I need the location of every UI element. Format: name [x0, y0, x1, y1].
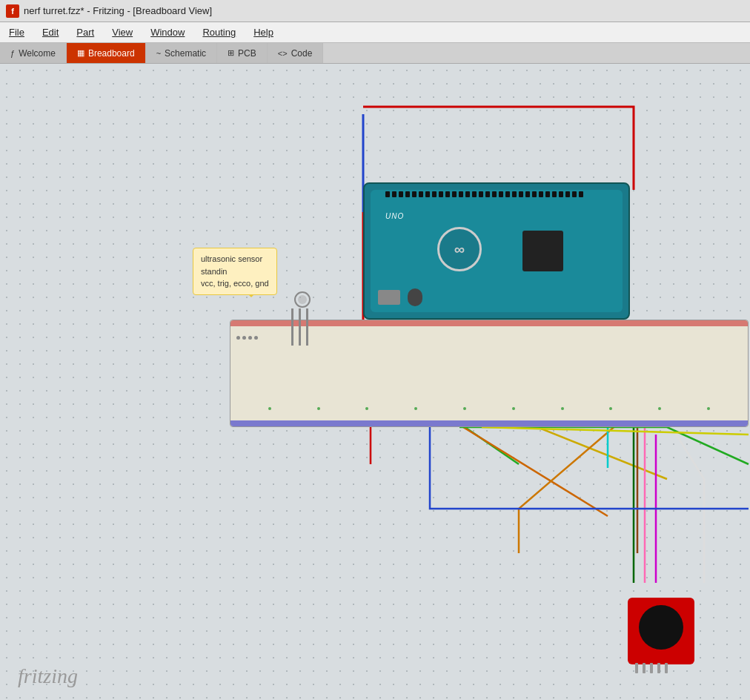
- code-icon: <>: [278, 49, 288, 58]
- arduino-pin: [539, 191, 543, 197]
- menu-window[interactable]: Window: [142, 24, 193, 41]
- menu-part[interactable]: Part: [67, 24, 103, 41]
- tab-code-label: Code: [291, 48, 313, 59]
- arduino-pin: [452, 191, 457, 197]
- app-icon: f: [6, 4, 19, 18]
- menu-view[interactable]: View: [103, 24, 142, 41]
- arduino-pin: [459, 191, 463, 197]
- arduino-inner: ∞ UNO: [371, 190, 623, 312]
- arduino-pin: [532, 191, 537, 197]
- schematic-icon: ~: [156, 49, 161, 58]
- arduino-board[interactable]: ∞ UNO: [363, 182, 630, 320]
- menu-file[interactable]: File: [0, 24, 33, 41]
- tab-code[interactable]: <> Code: [268, 43, 324, 63]
- arduino-pin: [445, 191, 450, 197]
- menubar: File Edit Part View Window Routing Help: [0, 22, 750, 43]
- arduino-pin: [499, 191, 503, 197]
- svg-point-4: [298, 295, 307, 304]
- breadboard-icon: ▦: [77, 48, 84, 58]
- tooltip-line3: vcc, trig, ecco, gnd: [201, 277, 269, 290]
- tab-schematic-label: Schematic: [165, 48, 206, 59]
- tab-breadboard[interactable]: ▦ Breadboard: [67, 43, 146, 63]
- menu-edit[interactable]: Edit: [33, 24, 67, 41]
- arduino-pin: [392, 191, 396, 197]
- arduino-pin: [405, 191, 410, 197]
- arduino-pin: [545, 191, 550, 197]
- joystick-pin: [643, 663, 646, 673]
- sensor-tooltip: ultrasonic sensor standin vcc, trig, ecc…: [193, 248, 277, 295]
- arduino-pin: [505, 191, 510, 197]
- svg-rect-0: [291, 308, 293, 346]
- tab-welcome[interactable]: ƒ Welcome: [0, 43, 67, 63]
- joystick-pin: [665, 663, 668, 673]
- arduino-pin: [559, 191, 563, 197]
- titlebar: f nerf turret.fzz* - Fritzing - [Breadbo…: [0, 0, 750, 22]
- joystick-pin: [650, 663, 653, 673]
- svg-rect-1: [299, 308, 301, 346]
- joystick-module[interactable]: [628, 598, 694, 664]
- arduino-pin: [485, 191, 490, 197]
- arduino-pin: [419, 191, 423, 197]
- joystick-pin: [635, 663, 638, 673]
- window-title: nerf turret.fzz* - Fritzing - [Breadboar…: [24, 5, 212, 16]
- canvas[interactable]: ultrasonic sensor standin vcc, trig, ecc…: [0, 64, 750, 700]
- tooltip-line2: standin: [201, 265, 269, 278]
- arduino-logo: ∞: [437, 227, 482, 271]
- joystick-pins: [635, 663, 668, 673]
- arduino-pin: [579, 191, 583, 197]
- tab-pcb[interactable]: ⊞ PCB: [217, 43, 268, 63]
- arduino-pin: [412, 191, 417, 197]
- arduino-pin: [439, 191, 443, 197]
- svg-rect-2: [306, 308, 308, 346]
- arduino-text: UNO: [385, 212, 404, 220]
- tab-breadboard-label: Breadboard: [88, 48, 135, 59]
- arduino-barrel-jack: [408, 288, 422, 306]
- joystick-stick: [639, 605, 683, 650]
- arduino-pin: [472, 191, 477, 197]
- tab-schematic[interactable]: ~ Schematic: [146, 43, 217, 63]
- arduino-chip: [522, 231, 563, 271]
- tabbar: ƒ Welcome ▦ Breadboard ~ Schematic ⊞ PCB…: [0, 43, 750, 64]
- joystick-pin: [657, 663, 660, 673]
- arduino-pin: [492, 191, 497, 197]
- tooltip-line1: ultrasonic sensor: [201, 253, 269, 265]
- menu-routing[interactable]: Routing: [193, 24, 245, 41]
- tab-pcb-label: PCB: [238, 48, 256, 59]
- fritzing-watermark: fritzing: [18, 664, 78, 688]
- arduino-pin: [525, 191, 530, 197]
- welcome-icon: ƒ: [10, 49, 15, 58]
- arduino-pin: [399, 191, 403, 197]
- menu-help[interactable]: Help: [245, 24, 282, 41]
- arduino-pin: [552, 191, 557, 197]
- ultrasonic-sensor[interactable]: [284, 286, 321, 323]
- arduino-usb: [378, 290, 400, 305]
- arduino-pin: [432, 191, 437, 197]
- arduino-pin: [385, 191, 390, 197]
- arduino-pin: [512, 191, 517, 197]
- arduino-pin: [465, 191, 470, 197]
- pcb-icon: ⊞: [228, 48, 234, 58]
- arduino-pin: [519, 191, 523, 197]
- arduino-pin: [479, 191, 483, 197]
- arduino-pin: [565, 191, 570, 197]
- arduino-pin: [572, 191, 577, 197]
- arduino-pin: [425, 191, 430, 197]
- tab-welcome-label: Welcome: [19, 48, 56, 59]
